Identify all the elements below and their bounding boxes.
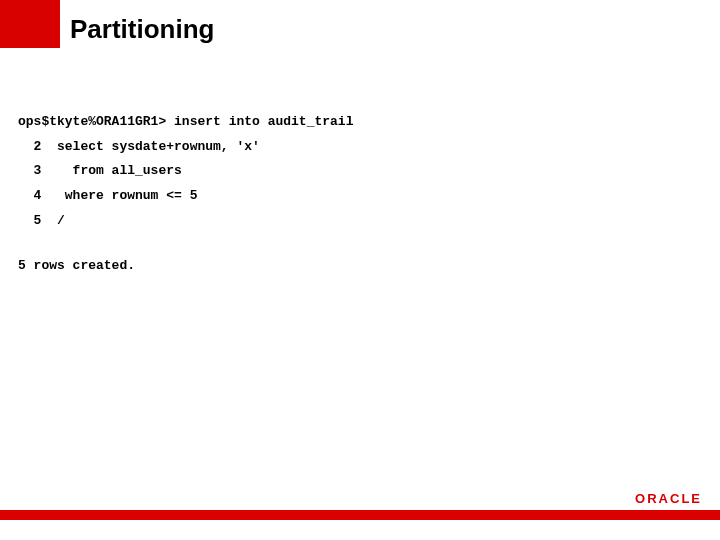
code-line-2: 2 select sysdate+rownum, 'x' <box>18 139 260 154</box>
code-block: ops$tkyte%ORA11GR1> insert into audit_tr… <box>18 110 702 233</box>
brand-red-square <box>0 0 60 48</box>
footer-red-bar <box>0 510 720 520</box>
oracle-logo: ORACLE <box>635 491 702 506</box>
code-line-1: ops$tkyte%ORA11GR1> insert into audit_tr… <box>18 114 353 129</box>
code-line-4: 4 where rownum <= 5 <box>18 188 197 203</box>
code-line-5: 5 / <box>18 213 65 228</box>
code-line-3: 3 from all_users <box>18 163 182 178</box>
result-text: 5 rows created. <box>18 258 135 273</box>
slide-title: Partitioning <box>70 14 214 45</box>
